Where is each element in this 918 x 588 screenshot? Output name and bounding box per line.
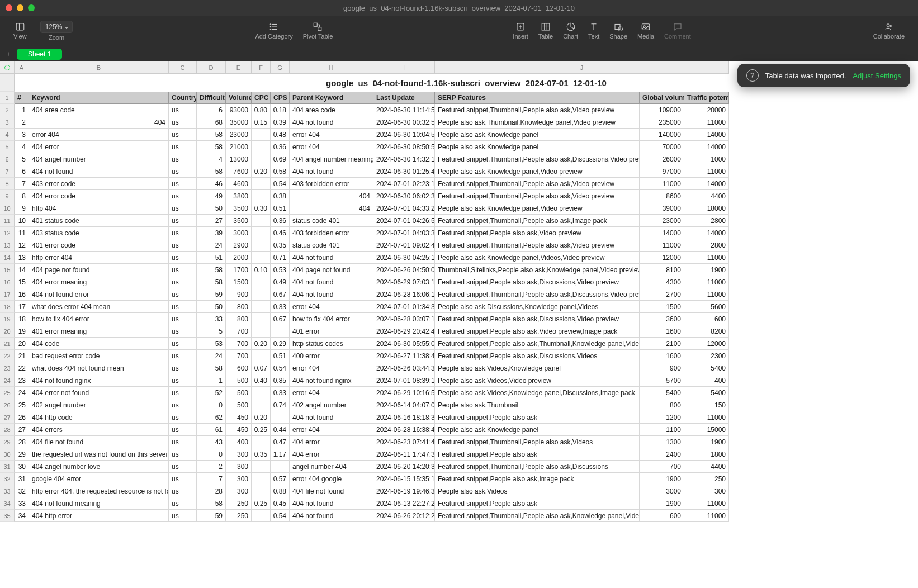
pivot-table-button[interactable]: Pivot Table <box>299 16 338 46</box>
insert-label: Insert <box>513 33 528 40</box>
table-label: Table <box>538 33 553 40</box>
maximize-window-icon[interactable] <box>28 4 35 11</box>
svg-point-5 <box>270 24 271 25</box>
text-button[interactable]: Text <box>584 16 604 46</box>
chart-button[interactable]: Chart <box>559 16 583 46</box>
table-button[interactable]: Table <box>534 16 557 46</box>
svg-point-24 <box>887 24 889 27</box>
shape-icon <box>613 22 623 32</box>
minimize-window-icon[interactable] <box>17 4 23 11</box>
collaborate-label: Collaborate <box>873 33 905 40</box>
insert-button[interactable]: Insert <box>508 16 533 46</box>
text-icon <box>589 22 599 32</box>
window-titlebar: google_us_04-not-found-1.16k-subscri_ove… <box>0 0 918 16</box>
shape-label: Shape <box>609 33 627 40</box>
zoom-control[interactable]: 125% Zoom <box>34 16 80 46</box>
media-label: Media <box>637 33 654 40</box>
main-toolbar: View 125% Zoom Add Category Pivot Table … <box>0 16 918 46</box>
add-sheet-button[interactable]: ＋ <box>3 49 13 59</box>
list-icon <box>269 22 279 32</box>
svg-point-21 <box>618 27 623 31</box>
sidebar-icon <box>15 22 25 32</box>
pivot-icon <box>313 22 323 32</box>
shape-button[interactable]: Shape <box>605 16 632 46</box>
chart-label: Chart <box>563 33 578 40</box>
svg-point-7 <box>270 29 271 30</box>
collaborate-button[interactable]: Collaborate <box>867 16 911 46</box>
comment-icon <box>673 22 683 32</box>
collaborate-icon <box>884 22 894 32</box>
comment-label: Comment <box>664 33 691 40</box>
svg-rect-0 <box>16 23 24 30</box>
svg-rect-8 <box>314 23 318 26</box>
window-title: google_us_04-not-found-1.16k-subscri_ove… <box>343 4 575 12</box>
media-icon <box>641 22 651 32</box>
svg-rect-9 <box>318 27 321 31</box>
traffic-lights[interactable] <box>6 4 35 11</box>
svg-point-25 <box>890 25 892 27</box>
text-label: Text <box>588 33 599 40</box>
add-category-label: Add Category <box>255 33 292 40</box>
sheet-tab-1[interactable]: Sheet 1 <box>17 49 62 60</box>
insert-icon <box>515 22 526 32</box>
add-category-button[interactable]: Add Category <box>250 16 297 46</box>
zoom-select[interactable]: 125% <box>40 21 73 33</box>
media-button[interactable]: Media <box>633 16 659 46</box>
comment-button[interactable]: Comment <box>660 16 695 46</box>
sheet-tab-strip: ＋ Sheet 1 <box>0 46 918 61</box>
table-icon <box>541 22 551 32</box>
close-window-icon[interactable] <box>6 4 12 11</box>
view-label: View <box>13 33 27 40</box>
zoom-label: Zoom <box>49 34 64 41</box>
sidebar-toggle-button[interactable]: View <box>7 16 34 46</box>
svg-point-6 <box>270 26 271 27</box>
svg-rect-13 <box>542 23 550 30</box>
chart-icon <box>566 22 576 32</box>
pivot-table-label: Pivot Table <box>303 33 333 40</box>
